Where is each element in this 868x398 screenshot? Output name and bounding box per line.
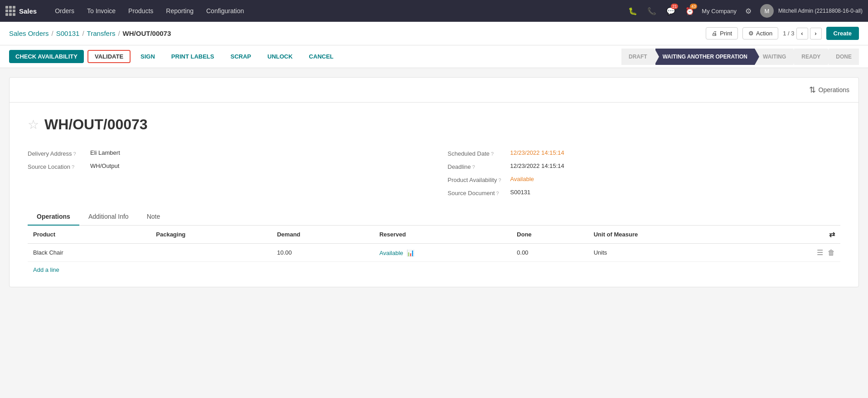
col-reserved: Reserved xyxy=(374,226,511,244)
sign-button[interactable]: SIGN xyxy=(134,50,161,63)
pipeline-waiting-another[interactable]: WAITING ANOTHER OPERATION xyxy=(655,49,755,65)
star-icon[interactable]: ☆ xyxy=(28,117,39,132)
company-name[interactable]: My Company xyxy=(702,8,737,15)
source-location-label: Source Location ? xyxy=(28,162,87,170)
fields-left: Delivery Address ? Eli Lambert Source Lo… xyxy=(28,147,421,199)
create-button[interactable]: Create xyxy=(826,27,859,40)
nav-item-configuration[interactable]: Configuration xyxy=(201,0,249,22)
print-icon: 🖨 xyxy=(712,30,718,37)
row-detail-icon[interactable]: ☰ xyxy=(817,248,823,257)
clock-icon-btn[interactable]: ⏰ 43 xyxy=(683,4,697,18)
cancel-button[interactable]: CANCEL xyxy=(303,50,340,63)
row-demand: 10.00 xyxy=(272,244,374,262)
print-labels-button[interactable]: PRINT LABELS xyxy=(165,50,221,63)
pagination-text: 1 / 3 xyxy=(783,30,794,37)
delivery-address-value: Eli Lambert xyxy=(90,149,120,156)
help-icon-scheduled-date[interactable]: ? xyxy=(491,151,494,157)
sort-icon: ⇅ xyxy=(809,85,816,95)
help-icon-delivery[interactable]: ? xyxy=(73,151,76,157)
settings-icon-btn[interactable]: ⚙ xyxy=(741,4,756,18)
nav-item-reporting[interactable]: Reporting xyxy=(160,0,199,22)
pipeline-done[interactable]: DONE xyxy=(829,49,859,65)
sep-1: / xyxy=(52,29,53,37)
col-packaging: Packaging xyxy=(150,226,272,244)
source-document-label: Source Document ? xyxy=(448,189,507,197)
breadcrumb-current: WH/OUT/00073 xyxy=(123,29,171,37)
nav-item-to-invoice[interactable]: To Invoice xyxy=(82,0,121,22)
help-icon-availability[interactable]: ? xyxy=(498,177,501,183)
add-line-button[interactable]: Add a line xyxy=(28,262,65,278)
field-scheduled-date: Scheduled Date ? 12/23/2022 14:15:14 xyxy=(448,147,841,160)
pagination: 1 / 3 ‹ › xyxy=(783,28,821,39)
row-delete-icon[interactable]: 🗑 xyxy=(828,249,835,257)
validate-button[interactable]: VALIDATE xyxy=(87,50,131,63)
breadcrumb-transfers[interactable]: Transfers xyxy=(87,29,116,37)
product-availability-value: Available xyxy=(510,176,534,182)
scrap-button[interactable]: SCRAP xyxy=(224,50,257,63)
pipeline-ready[interactable]: READY xyxy=(794,49,828,65)
document-title: WH/OUT/00073 xyxy=(44,116,148,133)
status-pipeline: DRAFT WAITING ANOTHER OPERATION WAITING … xyxy=(621,49,859,65)
gear-icon: ⚙ xyxy=(748,30,754,37)
bug-icon-btn[interactable]: 🐛 xyxy=(626,4,640,18)
pipeline-waiting[interactable]: WAITING xyxy=(756,49,793,65)
deadline-value: 12/23/2022 14:15:14 xyxy=(510,162,564,169)
row-packaging xyxy=(150,244,272,262)
clock-badge: 43 xyxy=(690,4,697,9)
adjust-icon[interactable]: ⇄ xyxy=(829,231,835,238)
source-location-value: WH/Output xyxy=(90,162,119,169)
nav-item-products[interactable]: Products xyxy=(123,0,159,22)
breadcrumb-sales-orders[interactable]: Sales Orders xyxy=(9,29,49,37)
scheduled-date-value: 12/23/2022 14:15:14 xyxy=(510,149,564,156)
row-reserved: Available 📊 xyxy=(374,244,511,262)
phone-icon-btn[interactable]: 📞 xyxy=(645,4,659,18)
pipeline-draft[interactable]: DRAFT xyxy=(621,49,655,65)
breadcrumb-s00131[interactable]: S00131 xyxy=(56,29,80,37)
row-done: 0.00 xyxy=(511,244,588,262)
doc-title: ☆ WH/OUT/00073 xyxy=(28,116,840,133)
col-demand: Demand xyxy=(272,226,374,244)
fields-right: Scheduled Date ? 12/23/2022 14:15:14 Dea… xyxy=(448,147,841,199)
tab-operations[interactable]: Operations xyxy=(28,208,79,226)
scheduled-date-label: Scheduled Date ? xyxy=(448,149,507,157)
tab-note[interactable]: Note xyxy=(138,208,170,226)
action-bar: CHECK AVAILABILITY VALIDATE SIGN PRINT L… xyxy=(0,45,868,68)
chat-badge: 21 xyxy=(671,4,678,9)
app-name: Sales xyxy=(19,7,37,15)
action-button[interactable]: ⚙ Action xyxy=(742,27,778,39)
source-document-value: S00131 xyxy=(510,189,531,196)
operations-link-label: Operations xyxy=(819,86,849,93)
field-source-document: Source Document ? S00131 xyxy=(448,186,841,199)
grid-icon xyxy=(5,6,15,16)
help-icon-deadline[interactable]: ? xyxy=(472,164,475,170)
operations-link[interactable]: ⇅ Operations xyxy=(809,85,849,95)
sep-3: / xyxy=(118,29,120,37)
sep-2: / xyxy=(82,29,84,37)
unlock-button[interactable]: UNLOCK xyxy=(261,50,299,63)
nav-item-orders[interactable]: Orders xyxy=(49,0,80,22)
breadcrumb-bar: Sales Orders / S00131 / Transfers / WH/O… xyxy=(0,22,868,45)
top-nav: Sales Orders To Invoice Products Reporti… xyxy=(0,0,868,22)
next-page-button[interactable]: › xyxy=(810,28,822,39)
print-button[interactable]: 🖨 Print xyxy=(706,27,738,39)
chat-icon-btn[interactable]: 💬 21 xyxy=(664,4,678,18)
app-logo[interactable]: Sales xyxy=(5,6,44,16)
user-name[interactable]: Mitchell Admin (22118808-16-0-all) xyxy=(778,8,863,14)
table-row: Black Chair 10.00 Available 📊 0.00 Units… xyxy=(28,244,840,262)
field-product-availability: Product Availability ? Available xyxy=(448,173,841,186)
col-product: Product xyxy=(28,226,150,244)
form-fields: Delivery Address ? Eli Lambert Source Lo… xyxy=(28,147,840,199)
prev-page-button[interactable]: ‹ xyxy=(796,28,808,39)
help-icon-source-doc[interactable]: ? xyxy=(496,191,499,196)
tab-additional-info[interactable]: Additional Info xyxy=(79,208,138,226)
form-card: ⇅ Operations ☆ WH/OUT/00073 Delivery Add… xyxy=(9,77,859,287)
chart-icon[interactable]: 📊 xyxy=(407,249,414,256)
delivery-address-label: Delivery Address ? xyxy=(28,149,87,157)
check-availability-button[interactable]: CHECK AVAILABILITY xyxy=(9,50,84,63)
col-done: Done xyxy=(511,226,588,244)
operations-table: Product Packaging Demand Reserved Done U… xyxy=(28,226,840,262)
tabs-bar: Operations Additional Info Note xyxy=(28,208,840,226)
avatar[interactable]: M xyxy=(760,4,774,18)
help-icon-source-location[interactable]: ? xyxy=(72,164,74,170)
form-card-header: ⇅ Operations xyxy=(10,78,858,103)
